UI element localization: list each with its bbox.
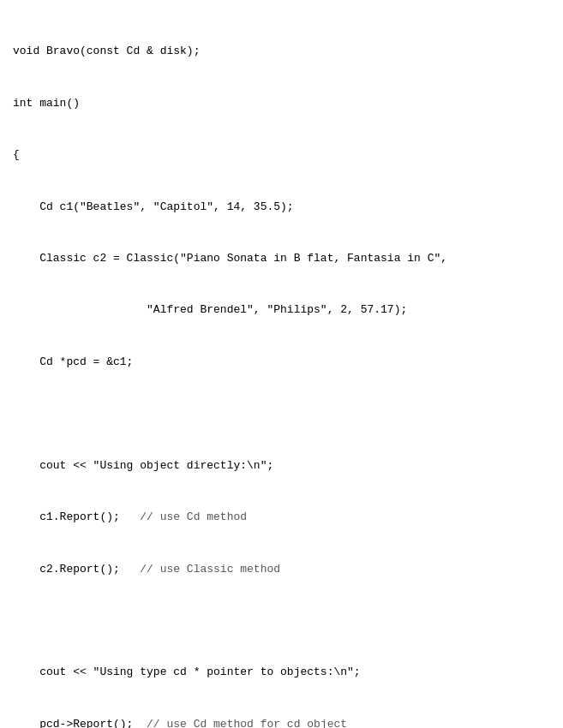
line-2: int main() xyxy=(13,95,550,112)
line-13: cout << "Using type cd * pointer to obje… xyxy=(13,664,550,681)
line-1: void Bravo(const Cd & disk); xyxy=(13,43,550,60)
line-8 xyxy=(13,405,550,422)
line-11: c2.Report(); // use Classic method xyxy=(13,561,550,578)
line-12 xyxy=(13,612,550,630)
line-10: c1.Report(); // use Cd method xyxy=(13,509,550,526)
line-6: "Alfred Brendel", "Philips", 2, 57.17); xyxy=(13,301,550,319)
line-14: pcd->Report(); // use Cd method for cd o… xyxy=(13,716,550,728)
line-3: { xyxy=(13,146,550,164)
line-5: Classic c2 = Classic("Piano Sonata in B … xyxy=(13,250,550,267)
line-7: Cd *pcd = &c1; xyxy=(13,354,550,371)
code-container: void Bravo(const Cd & disk); int main() … xyxy=(13,9,550,728)
line-9: cout << "Using object directly:\n"; xyxy=(13,457,550,474)
line-4: Cd c1("Beatles", "Capitol", 14, 35.5); xyxy=(13,199,550,216)
